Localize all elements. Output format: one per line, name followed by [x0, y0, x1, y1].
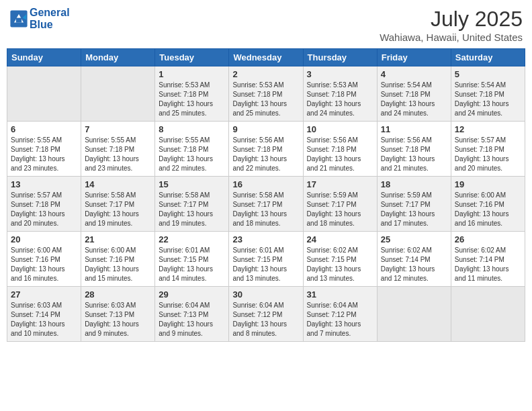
day-number: 10 — [307, 124, 373, 134]
day-number: 21 — [85, 234, 151, 244]
day-info: Sunrise: 5:53 AM Sunset: 7:18 PM Dayligh… — [307, 81, 373, 118]
calendar-cell: 19Sunrise: 6:00 AM Sunset: 7:16 PM Dayli… — [451, 177, 525, 232]
day-info: Sunrise: 5:54 AM Sunset: 7:18 PM Dayligh… — [381, 81, 447, 118]
day-number: 24 — [307, 234, 373, 244]
calendar-cell — [377, 287, 451, 342]
day-number: 17 — [307, 179, 373, 189]
column-header-monday: Monday — [81, 49, 155, 66]
day-info: Sunrise: 5:59 AM Sunset: 7:17 PM Dayligh… — [381, 191, 447, 228]
day-number: 29 — [159, 289, 225, 300]
day-info: Sunrise: 5:57 AM Sunset: 7:18 PM Dayligh… — [11, 191, 77, 228]
calendar-cell — [7, 66, 81, 122]
calendar-cell: 2Sunrise: 5:53 AM Sunset: 7:18 PM Daylig… — [229, 66, 303, 122]
day-info: Sunrise: 5:56 AM Sunset: 7:18 PM Dayligh… — [232, 136, 299, 173]
day-number: 5 — [455, 69, 521, 79]
calendar-cell: 25Sunrise: 6:02 AM Sunset: 7:14 PM Dayli… — [377, 232, 451, 287]
day-number: 27 — [11, 289, 77, 300]
day-info: Sunrise: 5:58 AM Sunset: 7:17 PM Dayligh… — [232, 191, 299, 228]
week-row-3: 13Sunrise: 5:57 AM Sunset: 7:18 PM Dayli… — [7, 177, 525, 232]
day-info: Sunrise: 6:03 AM Sunset: 7:13 PM Dayligh… — [85, 301, 151, 338]
day-info: Sunrise: 5:55 AM Sunset: 7:18 PM Dayligh… — [159, 136, 225, 173]
calendar-cell: 11Sunrise: 5:56 AM Sunset: 7:18 PM Dayli… — [377, 122, 451, 177]
logo-icon — [9, 9, 28, 28]
day-info: Sunrise: 6:00 AM Sunset: 7:16 PM Dayligh… — [11, 246, 77, 283]
day-number: 11 — [381, 124, 447, 134]
day-number: 2 — [232, 69, 299, 79]
day-info: Sunrise: 5:58 AM Sunset: 7:17 PM Dayligh… — [159, 191, 225, 228]
week-row-2: 6Sunrise: 5:55 AM Sunset: 7:18 PM Daylig… — [7, 122, 525, 177]
column-header-wednesday: Wednesday — [229, 49, 303, 66]
calendar-cell: 13Sunrise: 5:57 AM Sunset: 7:18 PM Dayli… — [7, 177, 81, 232]
day-number: 16 — [232, 179, 299, 189]
calendar-cell: 16Sunrise: 5:58 AM Sunset: 7:17 PM Dayli… — [229, 177, 303, 232]
calendar-cell: 5Sunrise: 5:54 AM Sunset: 7:18 PM Daylig… — [451, 66, 525, 122]
calendar-cell: 28Sunrise: 6:03 AM Sunset: 7:13 PM Dayli… — [81, 287, 155, 342]
week-row-5: 27Sunrise: 6:03 AM Sunset: 7:14 PM Dayli… — [7, 287, 525, 342]
day-number: 7 — [85, 124, 151, 134]
day-number: 4 — [381, 69, 447, 79]
location-title: Wahiawa, Hawaii, United States — [380, 32, 523, 43]
calendar-cell: 30Sunrise: 6:04 AM Sunset: 7:12 PM Dayli… — [229, 287, 303, 342]
logo: General Blue — [9, 7, 70, 31]
day-info: Sunrise: 6:04 AM Sunset: 7:12 PM Dayligh… — [307, 301, 373, 338]
day-info: Sunrise: 5:54 AM Sunset: 7:18 PM Dayligh… — [455, 81, 521, 118]
day-number: 15 — [159, 179, 225, 189]
day-info: Sunrise: 6:01 AM Sunset: 7:15 PM Dayligh… — [159, 246, 225, 283]
calendar-cell: 21Sunrise: 6:00 AM Sunset: 7:16 PM Dayli… — [81, 232, 155, 287]
day-number: 1 — [159, 69, 225, 79]
day-number: 3 — [307, 69, 373, 79]
day-info: Sunrise: 6:00 AM Sunset: 7:16 PM Dayligh… — [85, 246, 151, 283]
column-header-tuesday: Tuesday — [155, 49, 229, 66]
calendar-cell: 22Sunrise: 6:01 AM Sunset: 7:15 PM Dayli… — [155, 232, 229, 287]
calendar-cell: 10Sunrise: 5:56 AM Sunset: 7:18 PM Dayli… — [303, 122, 377, 177]
day-info: Sunrise: 5:57 AM Sunset: 7:18 PM Dayligh… — [455, 136, 521, 173]
title-block: July 2025 Wahiawa, Hawaii, United States — [380, 7, 523, 43]
day-info: Sunrise: 6:01 AM Sunset: 7:15 PM Dayligh… — [232, 246, 299, 283]
calendar-cell: 20Sunrise: 6:00 AM Sunset: 7:16 PM Dayli… — [7, 232, 81, 287]
column-header-saturday: Saturday — [451, 49, 525, 66]
calendar-cell — [81, 66, 155, 122]
day-info: Sunrise: 5:59 AM Sunset: 7:17 PM Dayligh… — [307, 191, 373, 228]
day-number: 25 — [381, 234, 447, 244]
day-info: Sunrise: 5:56 AM Sunset: 7:18 PM Dayligh… — [307, 136, 373, 173]
calendar-cell — [451, 287, 525, 342]
day-info: Sunrise: 6:04 AM Sunset: 7:12 PM Dayligh… — [232, 301, 299, 338]
column-header-friday: Friday — [377, 49, 451, 66]
calendar-cell: 14Sunrise: 5:58 AM Sunset: 7:17 PM Dayli… — [81, 177, 155, 232]
header-row: SundayMondayTuesdayWednesdayThursdayFrid… — [7, 49, 525, 66]
svg-rect-2 — [16, 18, 21, 23]
calendar-cell: 26Sunrise: 6:02 AM Sunset: 7:14 PM Dayli… — [451, 232, 525, 287]
day-number: 8 — [159, 124, 225, 134]
calendar-cell: 8Sunrise: 5:55 AM Sunset: 7:18 PM Daylig… — [155, 122, 229, 177]
day-number: 30 — [232, 289, 299, 300]
column-header-sunday: Sunday — [7, 49, 81, 66]
page-header: General Blue July 2025 Wahiawa, Hawaii, … — [7, 7, 525, 43]
day-info: Sunrise: 6:02 AM Sunset: 7:15 PM Dayligh… — [307, 246, 373, 283]
calendar-cell: 1Sunrise: 5:53 AM Sunset: 7:18 PM Daylig… — [155, 66, 229, 122]
day-number: 13 — [11, 179, 77, 189]
day-info: Sunrise: 6:00 AM Sunset: 7:16 PM Dayligh… — [455, 191, 521, 228]
calendar-table: SundayMondayTuesdayWednesdayThursdayFrid… — [7, 48, 525, 342]
day-info: Sunrise: 5:58 AM Sunset: 7:17 PM Dayligh… — [85, 191, 151, 228]
calendar-cell: 3Sunrise: 5:53 AM Sunset: 7:18 PM Daylig… — [303, 66, 377, 122]
day-info: Sunrise: 5:53 AM Sunset: 7:18 PM Dayligh… — [159, 81, 225, 118]
logo-text: General Blue — [30, 7, 70, 31]
calendar-cell: 29Sunrise: 6:04 AM Sunset: 7:13 PM Dayli… — [155, 287, 229, 342]
calendar-cell: 6Sunrise: 5:55 AM Sunset: 7:18 PM Daylig… — [7, 122, 81, 177]
calendar-cell: 15Sunrise: 5:58 AM Sunset: 7:17 PM Dayli… — [155, 177, 229, 232]
column-header-thursday: Thursday — [303, 49, 377, 66]
day-info: Sunrise: 5:56 AM Sunset: 7:18 PM Dayligh… — [381, 136, 447, 173]
day-info: Sunrise: 6:02 AM Sunset: 7:14 PM Dayligh… — [381, 246, 447, 283]
day-number: 12 — [455, 124, 521, 134]
calendar-cell: 18Sunrise: 5:59 AM Sunset: 7:17 PM Dayli… — [377, 177, 451, 232]
day-number: 6 — [11, 124, 77, 134]
day-number: 22 — [159, 234, 225, 244]
day-info: Sunrise: 5:55 AM Sunset: 7:18 PM Dayligh… — [11, 136, 77, 173]
calendar-cell: 7Sunrise: 5:55 AM Sunset: 7:18 PM Daylig… — [81, 122, 155, 177]
day-info: Sunrise: 6:04 AM Sunset: 7:13 PM Dayligh… — [159, 301, 225, 338]
calendar-cell: 17Sunrise: 5:59 AM Sunset: 7:17 PM Dayli… — [303, 177, 377, 232]
day-number: 28 — [85, 289, 151, 300]
month-title: July 2025 — [380, 7, 523, 32]
day-info: Sunrise: 6:03 AM Sunset: 7:14 PM Dayligh… — [11, 301, 77, 338]
day-info: Sunrise: 5:53 AM Sunset: 7:18 PM Dayligh… — [232, 81, 299, 118]
